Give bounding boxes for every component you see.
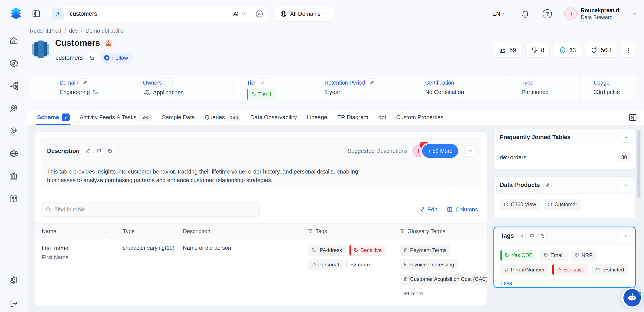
find-in-table-input[interactable] xyxy=(54,206,255,213)
chevron-up-icon xyxy=(624,183,628,188)
joined-table-row[interactable]: dev.orders 30 xyxy=(494,146,636,169)
table-row[interactable]: first_name First Name character varying(… xyxy=(35,239,487,307)
lineage-sitemap-icon[interactable] xyxy=(9,81,18,91)
more-glossary-terms-chip[interactable]: +1 more xyxy=(400,288,427,299)
glossary-book-icon[interactable] xyxy=(9,194,18,204)
discover-search-eye-icon[interactable] xyxy=(9,104,18,113)
tag-chip[interactable]: Personal xyxy=(308,259,343,270)
logout-icon[interactable] xyxy=(9,298,18,308)
edit-table-button[interactable]: Edit xyxy=(419,206,437,213)
edit-domain-button[interactable] xyxy=(81,78,89,87)
tier-badge[interactable]: Tier 1 xyxy=(247,89,276,100)
chevron-down-icon xyxy=(324,12,328,16)
edit-tier-button[interactable] xyxy=(259,78,267,87)
asset-tabs: Schema7 Activity Feeds & Tasks590 Sample… xyxy=(28,110,644,125)
search-input[interactable]: customers xyxy=(70,11,233,17)
tab-schema[interactable]: Schema7 xyxy=(37,110,70,125)
tag-chip[interactable]: Email xyxy=(540,250,568,261)
data-product-chip[interactable]: Customer xyxy=(544,199,581,210)
tab-lineage[interactable]: Lineage xyxy=(307,110,327,125)
tab-er-diagram[interactable]: ER Diagram xyxy=(337,110,368,125)
language-selector[interactable]: EN xyxy=(492,11,506,17)
filter-icon[interactable] xyxy=(308,229,313,234)
ai-sparkles-icon[interactable] xyxy=(52,8,64,20)
sidebar-toggle-icon[interactable] xyxy=(32,9,41,19)
tag-chip[interactable]: NRP xyxy=(571,250,597,261)
comment-tags-button[interactable] xyxy=(528,232,536,240)
collapse-data-products-button[interactable] xyxy=(620,180,631,190)
insights-lightbulb-icon[interactable] xyxy=(9,126,18,136)
tag-chip[interactable]: IPAddress xyxy=(308,245,346,256)
header-name[interactable]: Name xyxy=(42,228,123,234)
alert-siren-icon[interactable] xyxy=(104,39,113,47)
glossary-term-chip[interactable]: Payment Terms xyxy=(400,245,450,256)
glossary-term-chip[interactable]: Invoice Processing xyxy=(400,259,458,270)
edit-tags-button[interactable] xyxy=(517,232,526,240)
global-search[interactable]: customers All xyxy=(49,6,269,22)
follow-button[interactable]: Follow xyxy=(101,53,133,63)
collapse-joined-tables-button[interactable] xyxy=(620,132,631,143)
group-icon xyxy=(143,89,150,96)
edit-retention-button[interactable] xyxy=(368,78,376,87)
tag-chip[interactable]: restricted xyxy=(592,264,628,275)
breadcrumb-schema[interactable]: dev xyxy=(69,28,78,34)
web-globe-icon[interactable] xyxy=(9,149,18,159)
user-role: Data Steward xyxy=(581,14,619,21)
collapse-tags-button[interactable] xyxy=(620,231,630,241)
filter-icon[interactable] xyxy=(400,229,405,234)
tag-chip[interactable]: Yes CDE xyxy=(500,250,536,261)
domains-filter-dropdown[interactable]: All Domains xyxy=(274,6,334,22)
edit-data-products-button[interactable] xyxy=(543,181,552,189)
glossary-term-chip[interactable]: Customer Acquisition Cost (CAC) xyxy=(400,274,492,285)
tab-activity-feeds[interactable]: Activity Feeds & Tasks590 xyxy=(80,110,152,125)
breadcrumb-connection[interactable]: RedshiftProd xyxy=(30,28,62,34)
copy-description-button[interactable] xyxy=(106,146,114,155)
notifications-bell-icon[interactable] xyxy=(521,10,530,18)
tab-custom-properties[interactable]: Custom Properties xyxy=(396,110,443,125)
more-actions-button[interactable] xyxy=(622,43,635,57)
description-title: Description xyxy=(47,148,80,154)
edit-owners-button[interactable] xyxy=(164,78,173,87)
popularity-button[interactable]: 50.1 xyxy=(585,43,618,57)
edit-description-button[interactable] xyxy=(84,146,92,155)
home-icon[interactable] xyxy=(9,36,18,46)
tab-queries[interactable]: Queries193 xyxy=(205,110,240,125)
cell-tags: IPAddress Sensitive Personal +2 more xyxy=(308,245,400,299)
user-menu[interactable]: Rounakpreet.d Data Steward xyxy=(581,7,619,20)
comment-description-button[interactable] xyxy=(94,146,103,155)
help-icon[interactable]: ? xyxy=(543,9,552,19)
data-product-chip[interactable]: C360 View xyxy=(500,199,540,210)
chatbot-button[interactable] xyxy=(624,289,641,306)
show-less-link[interactable]: Less xyxy=(500,280,630,286)
governance-bank-icon[interactable] xyxy=(9,171,18,181)
find-in-table-field[interactable] xyxy=(41,202,260,217)
clear-search-icon[interactable] xyxy=(255,10,264,18)
tab-dbt[interactable]: dbt xyxy=(378,110,386,125)
copy-icon xyxy=(540,234,545,238)
tag-chip[interactable]: PhoneNumber xyxy=(500,264,549,275)
suggested-more-button[interactable]: + 52 More xyxy=(422,144,458,158)
tag-chip[interactable]: Sensitive xyxy=(350,245,386,256)
explore-compass-icon[interactable] xyxy=(9,59,18,68)
user-avatar[interactable]: R xyxy=(564,8,577,20)
tab-sample-data[interactable]: Sample Data xyxy=(162,110,195,125)
tab-data-observability[interactable]: Data Observability xyxy=(250,110,297,125)
search-scope-dropdown[interactable]: All xyxy=(233,11,246,17)
settings-gear-icon[interactable] xyxy=(9,275,19,285)
copy-name-button[interactable] xyxy=(87,53,97,63)
columns-button[interactable]: Columns xyxy=(446,206,478,213)
copy-tags-button[interactable] xyxy=(538,232,546,240)
sort-icon[interactable] xyxy=(103,229,108,234)
breadcrumb-database[interactable]: Demo dbt Jaffle xyxy=(86,28,124,34)
more-tags-chip[interactable]: +2 more xyxy=(346,259,374,270)
side-panel-toggle-icon[interactable] xyxy=(628,113,638,122)
chevron-down-icon[interactable] xyxy=(632,11,638,17)
tag-icon xyxy=(575,253,580,257)
page-scrollbar[interactable] xyxy=(638,130,640,198)
collapse-description-button[interactable] xyxy=(464,145,476,157)
tag-chip[interactable]: Sensitive xyxy=(552,264,588,275)
quality-score-button[interactable]: 63 xyxy=(554,43,581,57)
app-logo-icon[interactable] xyxy=(6,5,26,23)
downvote-button[interactable]: 8 xyxy=(526,43,550,57)
upvote-button[interactable]: 59 xyxy=(494,43,522,57)
